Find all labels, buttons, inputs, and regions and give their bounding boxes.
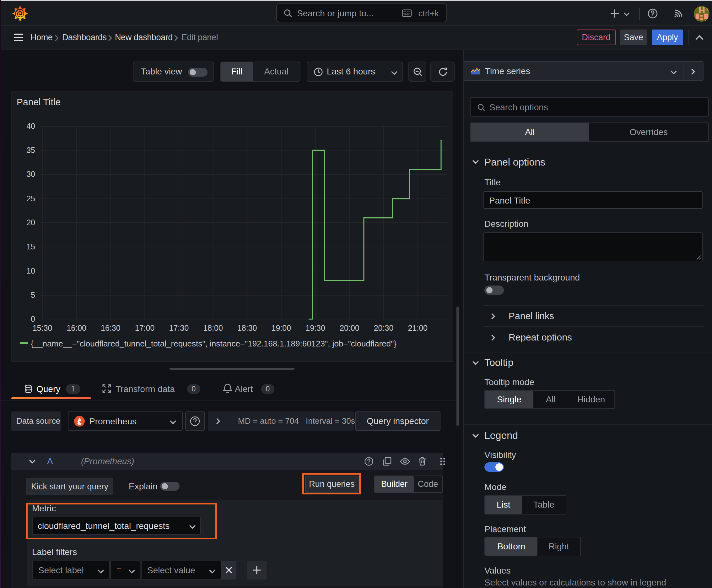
svg-text:18:30: 18:30: [237, 323, 257, 332]
svg-text:16:00: 16:00: [67, 323, 86, 332]
svg-text:20: 20: [26, 218, 35, 227]
svg-text:17:30: 17:30: [169, 323, 189, 332]
svg-text:5: 5: [31, 291, 35, 299]
svg-text:20:30: 20:30: [374, 323, 394, 332]
svg-text:20:00: 20:00: [340, 323, 360, 332]
svg-text:19:30: 19:30: [305, 323, 325, 332]
svg-text:16:30: 16:30: [101, 323, 121, 332]
svg-text:15: 15: [26, 242, 35, 251]
svg-text:0: 0: [31, 314, 35, 323]
svg-text:Panel Title: Panel Title: [17, 97, 61, 107]
svg-text:17:00: 17:00: [135, 323, 155, 332]
svg-text:30: 30: [26, 170, 35, 178]
svg-text:40: 40: [26, 122, 35, 130]
svg-text:35: 35: [26, 146, 35, 154]
svg-text:{__name__="cloudflared_tunnel_: {__name__="cloudflared_tunnel_total_requ…: [31, 339, 396, 348]
svg-text:15:30: 15:30: [33, 323, 52, 332]
svg-text:19:00: 19:00: [272, 323, 291, 332]
svg-text:10: 10: [26, 266, 35, 275]
svg-text:21:00: 21:00: [408, 323, 428, 332]
svg-text:18:00: 18:00: [203, 323, 223, 332]
svg-text:25: 25: [26, 194, 35, 203]
